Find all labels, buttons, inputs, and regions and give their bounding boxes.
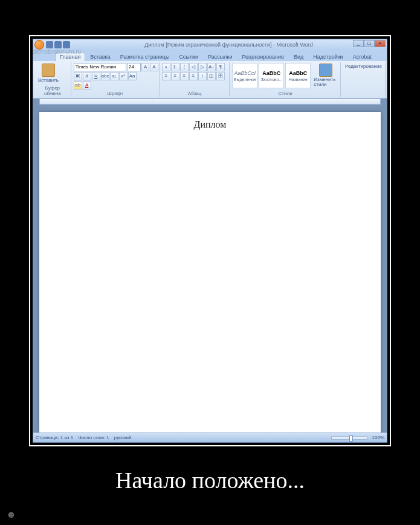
strikethrough-button[interactable]: abc: [101, 72, 109, 80]
change-styles-icon: [319, 64, 332, 77]
demotivator-caption: Начало положено...: [0, 467, 420, 494]
style-emphasis[interactable]: AaBbCcI Выделение: [232, 63, 257, 88]
tab-mailings[interactable]: Рассылки: [203, 52, 237, 61]
align-left-button[interactable]: ≡: [162, 72, 170, 80]
office-button[interactable]: [34, 40, 44, 50]
close-button[interactable]: ×: [375, 40, 386, 47]
redo-icon[interactable]: [63, 41, 70, 48]
horizontal-ruler[interactable]: [39, 99, 381, 105]
font-color-button[interactable]: A: [83, 81, 91, 90]
shading-button[interactable]: ◫: [207, 72, 216, 80]
status-words[interactable]: Число слов: 1: [78, 435, 109, 440]
status-zoom[interactable]: 100%: [372, 435, 384, 440]
window-controls: _ □ ×: [353, 40, 386, 47]
decrease-indent-button[interactable]: ◁: [189, 63, 198, 71]
group-styles-label: Стили: [232, 90, 338, 96]
site-icon: ☻: [6, 509, 16, 520]
style-label: Заголово...: [260, 77, 282, 82]
group-paragraph: • 1. ⋮ ◁ ▷ A↓ ¶ ≡ ≡ ≡ ≡: [160, 62, 230, 97]
tab-layout[interactable]: Разметка страницы: [115, 52, 175, 61]
style-heading[interactable]: AaBbC Заголово...: [259, 63, 284, 88]
ribbon: Вставить Буфер обмена Times New Roman 24…: [33, 61, 387, 99]
shrink-font-button[interactable]: A: [150, 63, 158, 71]
maximize-button[interactable]: □: [364, 40, 375, 47]
align-center-button[interactable]: ≡: [171, 72, 179, 80]
paste-label: Вставить: [38, 77, 59, 83]
status-page[interactable]: Страница: 1 из 1: [36, 435, 73, 440]
tab-references[interactable]: Ссылки: [174, 52, 203, 61]
superscript-button[interactable]: x²: [119, 72, 128, 80]
font-family-select[interactable]: Times New Roman: [74, 63, 126, 71]
ribbon-tabs: Главная Вставка Разметка страницы Ссылки…: [33, 50, 387, 61]
group-clipboard-label: Буфер обмена: [36, 85, 69, 96]
editing-label: Редактирование: [345, 64, 382, 69]
font-size-select[interactable]: 24: [127, 63, 141, 71]
change-styles-label: Изменить стили: [314, 77, 338, 87]
minimize-button[interactable]: _: [353, 40, 364, 47]
demotivator-frame: Диплом [Режим ограниченной функционально…: [29, 35, 391, 446]
grow-font-button[interactable]: A: [141, 63, 149, 71]
group-styles: AaBbCcI Выделение AaBbC Заголово... AaBb…: [230, 62, 341, 97]
style-title[interactable]: AaBbC Название: [285, 63, 311, 88]
style-preview: AaBbC: [262, 70, 280, 76]
tab-review[interactable]: Рецензирование: [237, 52, 289, 61]
paste-button[interactable]: Вставить: [36, 63, 60, 83]
zoom-slider[interactable]: [331, 436, 367, 440]
bold-button[interactable]: Ж: [74, 72, 82, 80]
line-spacing-button[interactable]: ↕: [198, 72, 207, 80]
save-icon[interactable]: [46, 41, 53, 48]
group-editing: Редактирование: [341, 62, 386, 97]
paste-icon: [42, 64, 55, 77]
group-editing-label: [343, 96, 383, 96]
bullets-button[interactable]: •: [162, 63, 170, 71]
highlight-button[interactable]: ab: [74, 81, 82, 90]
style-label: Название: [289, 77, 308, 82]
underline-button[interactable]: Ч: [92, 72, 100, 80]
editing-button[interactable]: Редактирование: [343, 63, 384, 70]
subscript-button[interactable]: x₂: [110, 72, 118, 80]
status-language[interactable]: русский: [114, 435, 132, 440]
document-title-text: Диплом: [47, 119, 373, 130]
style-preview: AaBbCcI: [234, 70, 256, 76]
styles-gallery: AaBbCcI Выделение AaBbC Заголово... AaBb…: [232, 63, 311, 88]
style-preview: AaBbC: [289, 70, 307, 76]
numbering-button[interactable]: 1.: [171, 63, 179, 71]
justify-button[interactable]: ≡: [189, 72, 198, 80]
group-font: Times New Roman 24 A A Ж К Ч abc x₂ x²: [72, 62, 160, 97]
tab-addins[interactable]: Надстройки: [308, 52, 347, 61]
multilevel-list-button[interactable]: ⋮: [180, 63, 189, 71]
group-paragraph-label: Абзац: [162, 90, 228, 96]
style-label: Выделение: [234, 77, 256, 82]
italic-button[interactable]: К: [83, 72, 91, 80]
window-title: Диплом [Режим ограниченной функционально…: [72, 42, 386, 48]
statusbar: Страница: 1 из 1 Число слов: 1 русский 1…: [33, 432, 387, 442]
tab-insert[interactable]: Вставка: [85, 52, 115, 61]
change-styles-button[interactable]: Изменить стили: [312, 63, 340, 88]
document-area: Диплом: [33, 99, 387, 432]
document-page[interactable]: Диплом: [39, 112, 381, 432]
show-marks-button[interactable]: ¶: [216, 63, 225, 71]
sort-button[interactable]: A↓: [207, 63, 216, 71]
tab-view[interactable]: Вид: [289, 52, 308, 61]
borders-button[interactable]: 田: [216, 72, 225, 80]
group-clipboard: Вставить Буфер обмена: [34, 62, 71, 97]
increase-indent-button[interactable]: ▷: [198, 63, 207, 71]
tab-acrobat[interactable]: Acrobat: [348, 52, 376, 61]
word-window: Диплом [Режим ограниченной функционально…: [33, 39, 387, 443]
align-right-button[interactable]: ≡: [180, 72, 189, 80]
undo-icon[interactable]: [54, 41, 62, 48]
zoom-thumb[interactable]: [349, 435, 353, 442]
tab-home[interactable]: Главная: [55, 52, 85, 61]
group-font-label: Шрифт: [74, 90, 157, 96]
titlebar: Диплом [Режим ограниченной функционально…: [33, 39, 387, 50]
change-case-button[interactable]: Aa: [128, 72, 137, 80]
quick-access-toolbar: [46, 41, 70, 48]
